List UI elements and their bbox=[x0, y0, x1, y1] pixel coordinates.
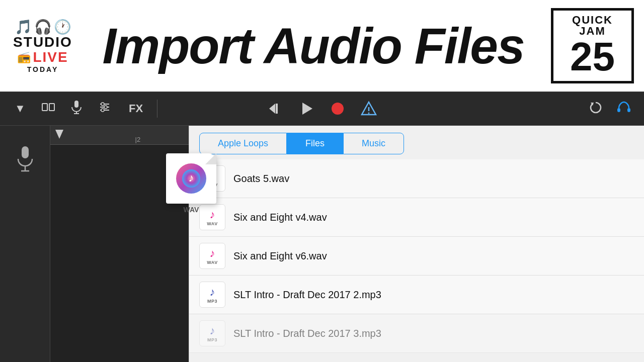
svg-rect-1 bbox=[49, 104, 54, 111]
logo-icons: 🎵 🎧 🕐 bbox=[15, 19, 71, 35]
browser-tabs: Apple Loops Files Music bbox=[189, 126, 644, 154]
microphone-button[interactable] bbox=[64, 97, 89, 121]
paper-fold-corner bbox=[205, 153, 216, 164]
transport-controls bbox=[262, 96, 382, 122]
logo-live-text: LIVE bbox=[33, 49, 68, 65]
svg-marker-11 bbox=[269, 104, 275, 114]
headphones-button[interactable] bbox=[612, 97, 636, 121]
clock-icon: 🕐 bbox=[54, 19, 71, 35]
svg-rect-20 bbox=[627, 108, 630, 112]
file-item-0[interactable]: ♪ WAV Goats 5.wav bbox=[189, 159, 644, 198]
browser-file-list: ♪ WAV Goats 5.wav ♪ WAV Six and Eight v4… bbox=[189, 154, 644, 362]
tab-files[interactable]: Files bbox=[287, 133, 343, 154]
svg-point-14 bbox=[332, 103, 344, 115]
svg-text:♪: ♪ bbox=[189, 171, 194, 184]
svg-rect-19 bbox=[617, 108, 620, 112]
svg-rect-0 bbox=[42, 104, 47, 111]
file-item-2[interactable]: ♪ WAV Six and Eight v6.wav bbox=[189, 237, 644, 276]
logo-today-text: TODAY bbox=[27, 65, 58, 73]
timeline-area: |2|3|4|5|6|7 Apple Loops Files Music ♪ W… bbox=[0, 126, 644, 362]
dropdown-icon: ▼ bbox=[15, 102, 26, 115]
svg-point-9 bbox=[104, 106, 107, 109]
svg-point-8 bbox=[101, 103, 104, 106]
file-name-4: SLT Intro - Draft Dec 2017 3.mp3 bbox=[233, 328, 381, 339]
floating-wav-icon: ♪ WAV bbox=[166, 153, 216, 214]
svg-rect-2 bbox=[74, 101, 78, 108]
file-item-3[interactable]: ♪ MP3 SLT Intro - Draft Dec 2017 2.mp3 bbox=[189, 276, 644, 314]
mixer-button[interactable] bbox=[93, 97, 117, 121]
track-sidebar bbox=[0, 126, 50, 362]
svg-point-10 bbox=[101, 109, 104, 112]
floating-music-note-icon: ♪ bbox=[176, 163, 206, 194]
file-name-1: Six and Eight v4.wav bbox=[233, 212, 327, 223]
file-item-4[interactable]: ♪ MP3 SLT Intro - Draft Dec 2017 3.mp3 bbox=[189, 314, 644, 353]
badge-title-text: QUICK JAM bbox=[560, 15, 624, 37]
play-button[interactable] bbox=[293, 96, 319, 122]
logo-area: 🎵 🎧 🕐 STUDIO 📻 LIVE TODAY bbox=[10, 19, 75, 73]
file-name-3: SLT Intro - Draft Dec 2017 2.mp3 bbox=[233, 289, 381, 301]
dropdown-button[interactable]: ▼ bbox=[8, 97, 32, 121]
record-button[interactable] bbox=[325, 96, 351, 122]
fx-button[interactable]: FX bbox=[121, 97, 151, 121]
headphones-icon bbox=[617, 101, 631, 116]
microphone-icon bbox=[71, 100, 82, 117]
file-icon-4: ♪ MP3 bbox=[199, 320, 225, 346]
title-area: Import Audio Files bbox=[75, 21, 551, 71]
svg-point-17 bbox=[368, 113, 370, 114]
logo-studio-text: STUDIO bbox=[13, 35, 72, 49]
warning-button[interactable] bbox=[356, 96, 382, 122]
playhead-marker bbox=[55, 130, 63, 139]
file-name-0: Goats 5.wav bbox=[233, 173, 289, 185]
badge-number-text: 25 bbox=[560, 37, 624, 77]
logo-live-row: 📻 LIVE bbox=[17, 49, 68, 65]
mixer-icon bbox=[98, 101, 111, 116]
header: 🎵 🎧 🕐 STUDIO 📻 LIVE TODAY Import Audio F… bbox=[0, 0, 644, 92]
layout-icon bbox=[41, 102, 55, 116]
music-note-icon-4: ♪ bbox=[210, 324, 215, 337]
radio-icon: 📻 bbox=[17, 51, 31, 64]
fx-label: FX bbox=[129, 102, 143, 115]
rewind-button[interactable] bbox=[262, 96, 288, 122]
svg-marker-13 bbox=[302, 103, 312, 115]
ruler-tick-2: |2 bbox=[135, 136, 141, 144]
floating-wav-paper: ♪ bbox=[166, 153, 216, 204]
music-note-icon-2: ♪ bbox=[210, 247, 215, 260]
toolbar: ▼ FX bbox=[0, 92, 644, 126]
file-item-1[interactable]: ♪ WAV Six and Eight v4.wav bbox=[189, 198, 644, 237]
badge-area: QUICK JAM 25 bbox=[551, 8, 634, 83]
undo-button[interactable] bbox=[584, 97, 608, 121]
tab-music[interactable]: Music bbox=[343, 133, 404, 154]
file-icon-3: ♪ MP3 bbox=[199, 282, 225, 308]
track-mic-icon bbox=[16, 146, 34, 176]
music-note-icon-3: ♪ bbox=[210, 286, 215, 299]
vinyl-icon: 🎵 bbox=[15, 19, 32, 35]
headphones-icon: 🎧 bbox=[34, 19, 52, 35]
undo-icon bbox=[589, 101, 603, 117]
tab-apple-loops[interactable]: Apple Loops bbox=[199, 133, 287, 154]
wav-label: WAV bbox=[184, 206, 199, 214]
page-title: Import Audio Files bbox=[102, 21, 524, 71]
quick-jam-badge: QUICK JAM 25 bbox=[551, 8, 634, 83]
browser-panel: Apple Loops Files Music ♪ WAV Goats 5.wa… bbox=[189, 126, 644, 362]
svg-rect-21 bbox=[22, 146, 29, 158]
file-icon-2: ♪ WAV bbox=[199, 243, 225, 269]
layout-button[interactable] bbox=[36, 97, 60, 121]
svg-rect-12 bbox=[276, 104, 278, 114]
toolbar-separator-1 bbox=[157, 100, 157, 118]
file-name-2: Six and Eight v6.wav bbox=[233, 250, 327, 262]
